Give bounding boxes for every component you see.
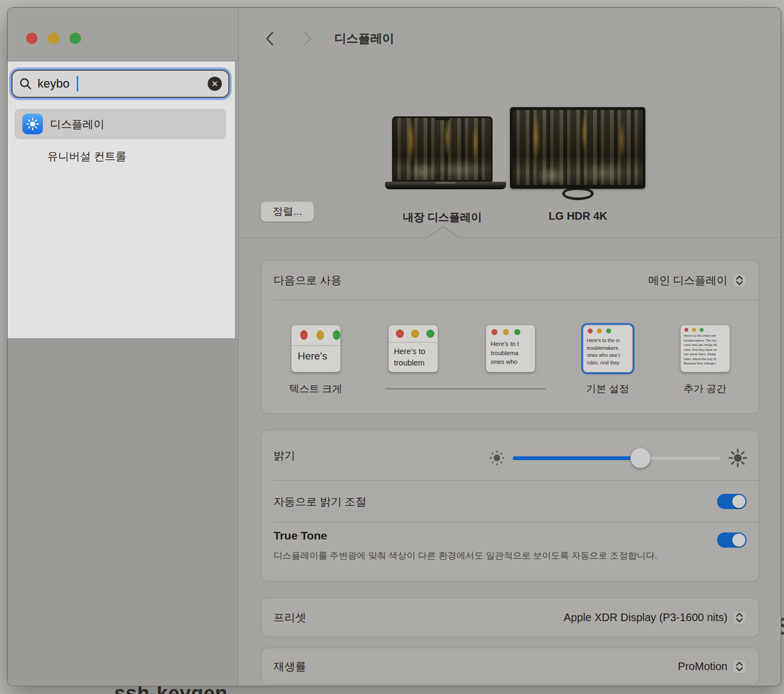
preset-card: 프리셋 Apple XDR Display (P3-1600 nits) xyxy=(261,598,759,637)
chevron-left-icon xyxy=(265,30,275,47)
monitor-stand xyxy=(562,187,594,200)
resolution-card: 다음으로 사용 메인 디스플레이 Here's xyxy=(261,261,759,414)
mini-traffic-lights xyxy=(681,325,730,332)
refresh-rate-row: 재생률 ProMotion xyxy=(262,648,758,684)
main-pane: 디스플레이 정렬... 내장 디스플레이 LG HDR 4K 다음으로 사용 메… xyxy=(239,8,781,686)
true-tone-toggle[interactable] xyxy=(717,532,746,548)
auto-brightness-label: 자동으로 밝기 조절 xyxy=(273,494,366,509)
search-result-label: 유니버설 컨트롤 xyxy=(47,149,127,164)
divider xyxy=(273,300,758,300)
zoom-button[interactable] xyxy=(70,33,81,44)
up-down-chevrons-icon xyxy=(735,612,744,623)
use-as-value: 메인 디스플레이 xyxy=(648,273,727,288)
brightness-slider-fill xyxy=(513,456,640,460)
preset-value: Apple XDR Display (P3-1600 nits) xyxy=(564,611,727,624)
selected-display-pointer xyxy=(426,226,461,238)
sidebar: ✕ 디스플레이 유니버설 컨트 xyxy=(8,8,239,686)
true-tone-row: True Tone 디스플레이를 주변광에 맞춰 색상이 다른 환경에서도 일관… xyxy=(262,523,758,583)
search-icon xyxy=(19,77,32,90)
mini-traffic-lights xyxy=(291,325,340,340)
search-result-label: 디스플레이 xyxy=(50,117,104,132)
mini-window-text: Here's to the crazy one troublemakers. T… xyxy=(681,332,730,365)
laptop-notch xyxy=(435,116,450,120)
chevron-right-icon xyxy=(303,30,313,47)
page-title: 디스플레이 xyxy=(334,30,394,47)
search-results-panel: ✕ 디스플레이 유니버설 컨트 xyxy=(8,61,235,339)
brightness-row: 밝기 xyxy=(262,431,758,480)
search-result-universal-control[interactable]: 유니버설 컨트롤 xyxy=(15,144,226,168)
brightness-slider-track[interactable] xyxy=(513,456,721,460)
use-as-popup-button[interactable] xyxy=(732,273,746,288)
preset-row: 프리셋 Apple XDR Display (P3-1600 nits) xyxy=(262,598,758,636)
auto-brightness-row: 자동으로 밝기 조절 xyxy=(262,481,758,522)
mini-window-text: Here's to t troublema ones who xyxy=(486,335,535,367)
use-as-label: 다음으로 사용 xyxy=(273,273,342,288)
mini-window-text: Here's to the cr troublemakers. ones who… xyxy=(583,333,632,367)
search-field[interactable]: ✕ xyxy=(11,70,229,98)
option-label-default: 기본 설정 xyxy=(559,382,656,395)
preset-popup-button[interactable] xyxy=(732,610,746,625)
mini-window-text: Here's xyxy=(291,346,340,362)
mini-traffic-lights xyxy=(583,325,632,333)
laptop-base xyxy=(385,182,506,189)
refresh-rate-card: 재생률 ProMotion xyxy=(261,648,759,685)
option-label-more-space: 추가 공간 xyxy=(656,382,754,395)
mini-traffic-lights xyxy=(389,325,438,338)
resolution-option-larger-text[interactable]: Here's xyxy=(291,325,340,372)
resolution-option-default[interactable]: Here's to the cr troublemakers. ones who… xyxy=(583,325,632,372)
back-button[interactable] xyxy=(262,30,278,47)
refresh-rate-value: ProMotion xyxy=(678,660,727,673)
close-button[interactable] xyxy=(26,33,38,44)
sidebar-lower-area xyxy=(8,339,238,686)
brightness-low-icon xyxy=(489,450,505,466)
mini-traffic-lights xyxy=(486,325,535,335)
section-divider xyxy=(239,237,781,238)
display-settings-icon xyxy=(22,114,43,134)
resolution-option-3[interactable]: Here's to t troublema ones who xyxy=(486,325,535,372)
auto-brightness-toggle[interactable] xyxy=(717,494,746,509)
builtin-display-thumbnail[interactable] xyxy=(392,116,493,182)
external-display-thumbnail[interactable] xyxy=(510,107,645,189)
builtin-display-label: 내장 디스플레이 xyxy=(381,210,503,225)
resolution-option-more-space[interactable]: Here's to the crazy one troublemakers. T… xyxy=(681,325,730,372)
true-tone-description: 디스플레이를 주변광에 맞춰 색상이 다른 환경에서도 일관적으로 보이도록 자… xyxy=(273,548,670,563)
system-settings-window: ✕ 디스플레이 유니버설 컨트 xyxy=(7,7,781,686)
refresh-rate-label: 재생률 xyxy=(273,659,306,674)
refresh-rate-popup-button[interactable] xyxy=(732,659,746,674)
up-down-chevrons-icon xyxy=(735,661,744,672)
option-label-larger-text: 텍스트 크게 xyxy=(267,382,364,395)
search-result-display[interactable]: 디스플레이 xyxy=(15,109,226,139)
clear-search-icon[interactable]: ✕ xyxy=(208,77,222,91)
use-as-row: 다음으로 사용 메인 디스플레이 xyxy=(262,261,758,300)
preset-label: 프리셋 xyxy=(273,610,306,625)
brightness-high-icon xyxy=(728,448,748,468)
search-input[interactable] xyxy=(38,77,173,91)
arrange-button[interactable]: 정렬... xyxy=(260,201,314,222)
up-down-chevrons-icon xyxy=(735,275,744,286)
brightness-card: 밝기 xyxy=(261,430,759,581)
text-caret xyxy=(77,76,78,91)
traffic-lights xyxy=(26,33,81,44)
forward-button[interactable] xyxy=(300,30,316,47)
wallpaper-forest xyxy=(513,110,643,185)
external-display-label: LG HDR 4K xyxy=(511,210,645,222)
true-tone-label: True Tone xyxy=(273,529,327,542)
resolution-options: Here's Here's to troublem Here's to t tr… xyxy=(267,325,754,372)
minimize-button[interactable] xyxy=(48,33,59,44)
options-connector-line xyxy=(385,388,546,389)
brightness-slider-knob[interactable] xyxy=(630,448,651,468)
resolution-option-2[interactable]: Here's to troublem xyxy=(389,325,438,372)
mini-window-text: Here's to troublem xyxy=(389,343,438,369)
wallpaper-forest xyxy=(394,118,491,180)
